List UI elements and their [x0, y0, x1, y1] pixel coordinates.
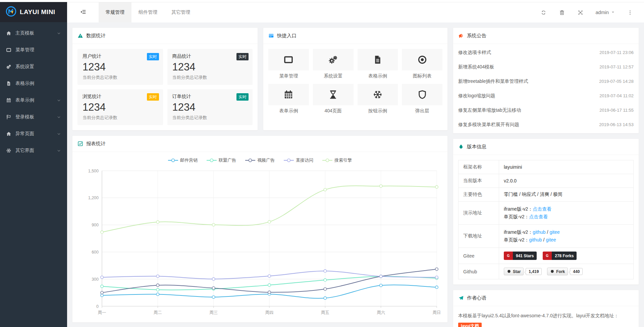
sidebar-item[interactable]: 表格示例 [0, 75, 67, 92]
quick-entry[interactable]: 菜单管理 [268, 49, 309, 79]
svg-text:周三: 周三 [209, 310, 218, 315]
version-panel-header: 版本信息 [453, 139, 639, 155]
legend-item[interactable]: 视频广告 [245, 157, 275, 163]
quick-entry[interactable]: 图标列表 [402, 49, 442, 79]
stats-panel: 数据统计 用户统计实时1234当前分类总记录数商品统计实时1234当前分类总记录… [72, 28, 258, 130]
legend-item[interactable]: 直接访问 [284, 157, 313, 163]
legend-item[interactable]: 邮件营销 [168, 157, 198, 163]
hourglass-icon [313, 84, 354, 105]
sidebar-item-label: 异常页面 [15, 131, 34, 137]
sidebar-item[interactable]: 表单示例 [0, 92, 67, 109]
app-root: LAYUI MINI 主页模板菜单管理系统设置表格示例表单示例登录模板异常页面其… [0, 2, 644, 327]
gitee-forks-badge[interactable]: G278 Forks [543, 252, 577, 260]
quick-panel-header: 快捷入口 [263, 28, 447, 44]
quick-entry-label: 404页面 [313, 108, 354, 114]
demo-spa-link[interactable]: 点击查看 [529, 214, 548, 219]
window-icon [6, 47, 12, 53]
row-label: 框架名称 [459, 160, 499, 174]
github-star-button[interactable]: Star1,419 [504, 268, 542, 275]
author-text: 本模板基于layui2.5.4以及font-awesome-4.7.0进行实现。… [453, 306, 639, 327]
notice-text: 修复左侧菜单缩放tab无法移动 [458, 107, 521, 113]
tab[interactable]: 常规管理 [99, 2, 131, 22]
paper-plane-icon [458, 295, 464, 301]
notice-item[interactable]: 修复左侧菜单缩放tab无法移动2019-06-17 11:55 [453, 103, 639, 117]
download-gitee-link[interactable]: gitee [549, 229, 559, 235]
sidebar-item[interactable]: 系统设置 [0, 58, 67, 75]
notice-date: 2019-07-11 12:57 [599, 64, 634, 69]
file-text-icon [358, 49, 398, 70]
line-chart-icon [77, 141, 83, 147]
svg-text:周一: 周一 [98, 310, 106, 315]
row-label: 当前版本 [459, 174, 499, 188]
quick-entry[interactable]: 404页面 [313, 84, 354, 114]
legend-item[interactable]: 搜索引擎 [322, 157, 352, 163]
refresh-icon[interactable] [534, 10, 553, 15]
sidebar-item[interactable]: 主页模板 [0, 25, 67, 42]
gitee-stars-badge[interactable]: G941 Stars [504, 252, 537, 260]
quick-entry[interactable]: 系统设置 [313, 49, 354, 79]
layui-doc-badge[interactable]: layui文档 [458, 323, 482, 327]
svg-text:周日: 周日 [433, 310, 441, 315]
panel-title: 报表统计 [86, 141, 106, 147]
svg-text:0: 0 [96, 304, 99, 309]
user-dropdown[interactable]: admin [590, 10, 621, 15]
notice-text: 新增系统404模板 [458, 64, 494, 70]
svg-text:900: 900 [92, 223, 99, 227]
stat-desc: 当前分类总记录数 [83, 74, 158, 80]
quick-entry[interactable]: 表单示例 [268, 84, 309, 114]
quick-entry[interactable]: 表格示例 [358, 49, 398, 79]
quick-entry-label: 菜单管理 [268, 73, 309, 79]
svg-text:G: G [546, 254, 549, 258]
quick-entry[interactable]: 按钮示例 [358, 84, 398, 114]
legend-marker-icon [284, 158, 294, 163]
sidebar-item[interactable]: 菜单管理 [0, 42, 67, 58]
quick-entry-label: 表格示例 [358, 73, 398, 79]
stat-value: 1234 [172, 61, 248, 73]
github-octocat-icon [507, 269, 511, 274]
notice-panel: 系统公告 修改选项卡样式2019-07-11 23:06新增系统404模板201… [453, 28, 639, 133]
sidebar-item-label: 系统设置 [15, 64, 34, 70]
github-octocat-icon [550, 269, 554, 274]
current-version: v2.0.0 [499, 174, 634, 188]
notice-item[interactable]: 修改选项卡样式2019-07-11 23:06 [453, 45, 639, 60]
quick-entry[interactable]: 弹出层 [402, 84, 442, 114]
legend-item[interactable]: 联盟广告 [207, 157, 236, 163]
demo-iframe-link[interactable]: 点击查看 [533, 206, 551, 212]
download-github-link[interactable]: github [529, 237, 542, 242]
snowflake-icon [6, 148, 12, 154]
legend-marker-icon [207, 158, 217, 163]
sidebar-item[interactable]: 登录模板 [0, 109, 67, 125]
panel-title: 快捷入口 [277, 33, 297, 39]
notice-item[interactable]: 新增系统404模板2019-07-11 12:57 [453, 60, 639, 74]
collapse-sidebar-button[interactable] [67, 2, 99, 22]
table-row: Gitee G941 Stars G278 Forks [459, 248, 634, 264]
home-icon [6, 131, 12, 137]
calendar-icon [6, 98, 12, 103]
notice-item[interactable]: 新增treetable插件和菜单管理样式2019-07-05 14:28 [453, 74, 639, 89]
more-kebab-icon[interactable] [621, 10, 639, 15]
author-panel: 作者心语 本模板基于layui2.5.4以及font-awesome-4.7.0… [453, 290, 639, 327]
svg-text:300: 300 [92, 277, 99, 282]
chevron-down-icon [57, 132, 61, 136]
stat-label: 用户统计 [83, 53, 158, 59]
download-gitee-link[interactable]: gitee [546, 237, 556, 242]
tab[interactable]: 其它管理 [164, 2, 197, 22]
download-github-link[interactable]: github [533, 229, 545, 235]
clear-cache-trash-icon[interactable] [553, 10, 571, 15]
svg-text:周五: 周五 [321, 310, 329, 315]
panel-title: 作者心语 [467, 295, 486, 301]
github-fork-button[interactable]: Fork440 [547, 268, 583, 275]
sidebar-item[interactable]: 异常页面 [0, 125, 67, 142]
sidebar-item[interactable]: 其它界面 [0, 142, 67, 159]
line-chart: 03006009001,2001,500周一周二周三周四周五周六周日 [76, 165, 444, 320]
notice-text: 修改logo缩放问题 [458, 93, 495, 99]
svg-text:1,500: 1,500 [88, 169, 99, 173]
topbar-actions: admin [534, 2, 644, 22]
chevron-down-icon [57, 149, 61, 153]
notice-item[interactable]: 修复多模块菜单栏展开有问题2019-06-13 14:53 [453, 117, 639, 132]
github-fork-count: 440 [570, 268, 583, 275]
caret-down-icon [611, 10, 615, 15]
notice-item[interactable]: 修改logo缩放问题2019-07-04 11:02 [453, 89, 639, 103]
tab[interactable]: 组件管理 [131, 2, 164, 22]
fullscreen-expand-icon[interactable] [571, 10, 590, 15]
